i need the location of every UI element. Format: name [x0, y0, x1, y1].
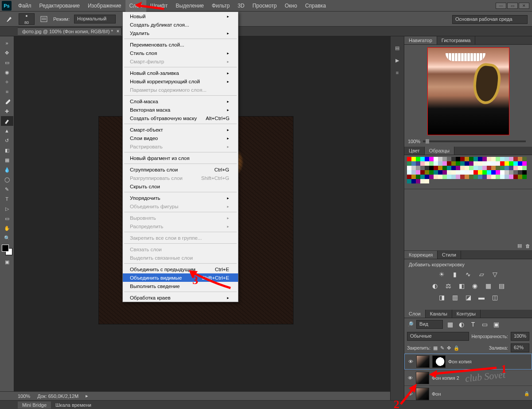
swatch[interactable]: [451, 175, 456, 179]
swatch[interactable]: [407, 179, 411, 183]
layer-thumbnail[interactable]: [416, 388, 429, 400]
swatch[interactable]: [496, 157, 500, 161]
close-button[interactable]: ✕: [519, 3, 529, 9]
swatch[interactable]: [513, 157, 518, 161]
layer-name[interactable]: Фон копия 2: [432, 375, 459, 381]
opacity-value[interactable]: 100%: [511, 332, 529, 341]
curves-icon[interactable]: ∿: [464, 270, 473, 279]
swatch[interactable]: [438, 170, 442, 175]
swatch[interactable]: [478, 161, 482, 166]
brightness-contrast-icon[interactable]: ☀: [437, 270, 446, 279]
swatch[interactable]: [429, 175, 434, 179]
gradient-map-icon[interactable]: ▬: [477, 293, 486, 302]
clone-stamp-tool[interactable]: ▲: [1, 126, 13, 136]
swatch[interactable]: [425, 175, 429, 179]
swatch[interactable]: [425, 179, 429, 183]
swatch[interactable]: [509, 170, 513, 175]
workspace-selector[interactable]: Основная рабочая среда: [452, 15, 528, 24]
hue-saturation-icon[interactable]: ◐: [430, 281, 439, 290]
swatch[interactable]: [473, 161, 478, 166]
swatch[interactable]: [505, 161, 509, 166]
swatch[interactable]: [487, 166, 491, 170]
swatch[interactable]: [500, 175, 505, 179]
path-selection-tool[interactable]: ▷: [1, 204, 13, 214]
filter-type-icon[interactable]: T: [469, 320, 477, 329]
close-document-icon[interactable]: ×: [117, 29, 119, 34]
filter-pixel-icon[interactable]: ▦: [446, 320, 454, 329]
quickmask-toggle[interactable]: ▣: [1, 257, 13, 267]
layer-row[interactable]: 👁Фон🔒: [404, 386, 532, 401]
swatch[interactable]: [425, 170, 429, 175]
swatch[interactable]: [460, 170, 465, 175]
swatch[interactable]: [420, 161, 425, 166]
maximize-button[interactable]: ▭: [507, 3, 518, 9]
invert-icon[interactable]: ◨: [437, 293, 446, 302]
layer-visibility-icon[interactable]: 👁: [407, 391, 413, 397]
menu-фильтр[interactable]: Фильтр: [208, 0, 234, 12]
menu-item[interactable]: Создать дубликат слоя...: [123, 20, 238, 29]
swatch[interactable]: [429, 161, 434, 166]
swatch[interactable]: [491, 175, 496, 179]
trash-icon[interactable]: 🗑: [525, 243, 530, 249]
panel-menu-icon[interactable]: ▤: [517, 243, 522, 249]
brush-preset-picker[interactable]: • 80: [19, 13, 35, 25]
filter-smart-icon[interactable]: ▣: [492, 320, 501, 329]
swatch[interactable]: [438, 157, 442, 161]
swatch[interactable]: [465, 161, 469, 166]
swatch[interactable]: [487, 157, 491, 161]
swatch[interactable]: [420, 157, 425, 161]
lock-transparent-icon[interactable]: ▦: [433, 345, 438, 351]
swatch[interactable]: [416, 166, 420, 170]
layer-name[interactable]: Фон копия: [448, 359, 472, 364]
lock-all-icon[interactable]: 🔒: [454, 345, 459, 351]
menu-item[interactable]: Переименовать слой...: [123, 40, 238, 49]
eraser-tool[interactable]: ◧: [1, 145, 13, 155]
menu-изображение[interactable]: Изображение: [84, 0, 125, 12]
swatch[interactable]: [460, 161, 465, 166]
navigator-zoom-slider[interactable]: [423, 140, 526, 142]
swatch[interactable]: [407, 166, 411, 170]
swatch[interactable]: [522, 157, 527, 161]
swatch[interactable]: [407, 157, 411, 161]
swatch[interactable]: [513, 161, 518, 166]
layer-name[interactable]: Фон: [432, 391, 441, 397]
swatch[interactable]: [442, 175, 447, 179]
timeline-tab[interactable]: Шкала времени: [51, 401, 96, 409]
minimize-button[interactable]: —: [496, 3, 506, 9]
swatch[interactable]: [451, 166, 456, 170]
swatch[interactable]: [407, 161, 411, 166]
swatch[interactable]: [496, 170, 500, 175]
lock-pixels-icon[interactable]: ✎: [440, 345, 444, 351]
selective-color-icon[interactable]: ◫: [490, 293, 499, 302]
swatch[interactable]: [451, 157, 456, 161]
swatch[interactable]: [478, 175, 482, 179]
swatch[interactable]: [447, 166, 451, 170]
menu-item[interactable]: Скрыть слои: [123, 182, 238, 191]
swatch[interactable]: [518, 157, 522, 161]
swatch[interactable]: [456, 161, 460, 166]
menu-item[interactable]: Стиль слоя: [123, 49, 238, 57]
exposure-icon[interactable]: ▱: [477, 270, 486, 279]
fill-value[interactable]: 62%: [511, 343, 529, 352]
menu-файл[interactable]: Файл: [14, 0, 35, 12]
swatch[interactable]: [442, 170, 447, 175]
menu-item[interactable]: Новый корректирующий слой: [123, 77, 238, 86]
layer-thumbnail[interactable]: [416, 372, 429, 384]
swatch[interactable]: [416, 179, 420, 183]
brush-panel-toggle[interactable]: [39, 14, 49, 24]
swatch[interactable]: [434, 157, 438, 161]
healing-brush-tool[interactable]: ✚: [1, 106, 13, 116]
swatch[interactable]: [442, 157, 447, 161]
swatch[interactable]: [447, 170, 451, 175]
navigator-thumbnail[interactable]: [427, 47, 509, 135]
swatch[interactable]: [411, 161, 416, 166]
history-brush-tool[interactable]: ↺: [1, 136, 13, 145]
photo-filter-icon[interactable]: ◉: [470, 281, 479, 290]
swatch[interactable]: [478, 157, 482, 161]
layer-row[interactable]: 👁Фон копия: [404, 354, 532, 370]
navigator-tab[interactable]: Навигатор: [404, 36, 437, 44]
swatch[interactable]: [425, 157, 429, 161]
document-tab[interactable]: фото.jpg @ 100% (Фон копия, RGB/8#) * ×: [18, 27, 121, 35]
swatch[interactable]: [434, 166, 438, 170]
swatches-tab[interactable]: Образцы: [425, 147, 454, 155]
